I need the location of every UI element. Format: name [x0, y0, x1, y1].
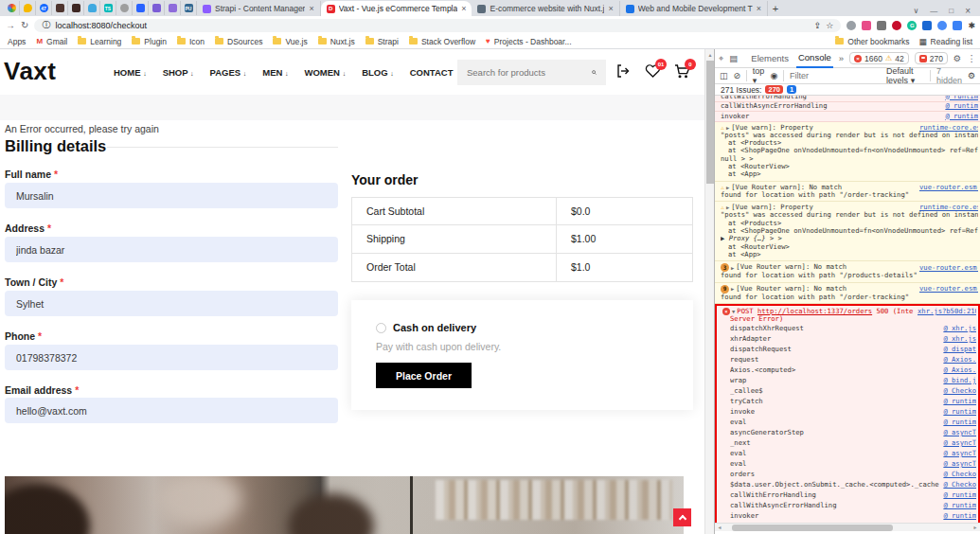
- pinned-tab[interactable]: [52, 1, 68, 15]
- source-link[interactable]: @ xhr.js: [943, 335, 976, 343]
- adblock-plus-icon[interactable]: [892, 21, 901, 30]
- source-link[interactable]: @ asyncT: [943, 460, 976, 468]
- source-link[interactable]: @ Axios.: [943, 356, 976, 364]
- reading-list[interactable]: ▦Reading list: [919, 37, 972, 46]
- scroll-right-icon[interactable]: ►: [971, 525, 980, 530]
- scroll-left-icon[interactable]: ◄: [715, 525, 724, 530]
- source-link[interactable]: @ Axios.: [943, 366, 976, 374]
- source-link[interactable]: vue-router.esm-bundler.js?6c02:72: [919, 264, 978, 272]
- error-warning-counts[interactable]: × 1660 ⚠ 42: [849, 52, 909, 64]
- tab-webdev[interactable]: Web and Mobile Development T ×: [620, 1, 768, 16]
- camera-extension-icon[interactable]: [877, 21, 886, 30]
- pen-extension-icon[interactable]: [862, 21, 871, 30]
- device-toolbar-icon[interactable]: ▤: [729, 53, 738, 63]
- expand-caret-icon[interactable]: ▶: [731, 265, 734, 271]
- scrollbar-thumb[interactable]: [706, 61, 714, 184]
- site-logo[interactable]: Vaxt: [4, 57, 57, 86]
- lighthouse-extension-icon[interactable]: [937, 21, 947, 30]
- minimize-button[interactable]: —: [930, 7, 937, 15]
- tab-strapi[interactable]: Strapi - Content Manager ×: [197, 1, 321, 16]
- issues-bar[interactable]: 271 Issues: 270 1: [715, 84, 980, 96]
- bookmark-folder[interactable]: Strapi: [365, 37, 399, 46]
- nav-item-home[interactable]: HOME ↓: [114, 67, 147, 78]
- source-link[interactable]: @ runtim: [943, 502, 976, 509]
- forward-icon[interactable]: →: [6, 20, 15, 30]
- more-tabs-icon[interactable]: »: [839, 53, 844, 63]
- log-levels-dropdown[interactable]: Default levels ▾: [886, 66, 924, 85]
- source-link[interactable]: @ runtim: [943, 512, 976, 520]
- source-link[interactable]: @ runtim: [945, 102, 978, 110]
- tab-close-icon[interactable]: ×: [461, 4, 466, 13]
- source-link[interactable]: @ runtim: [943, 398, 976, 405]
- grammarly-icon[interactable]: G: [907, 21, 917, 30]
- source-link[interactable]: vue-router.esm-bundler.js?6c02:72: [919, 285, 978, 293]
- source-link[interactable]: @ runtim: [945, 113, 978, 120]
- source-link[interactable]: runtime-core.esm-bundler.js?5c40:6591: [919, 124, 978, 132]
- site-info-icon[interactable]: ⓘ: [42, 19, 50, 31]
- expand-caret-icon[interactable]: ▶: [726, 125, 729, 131]
- tab-close-icon[interactable]: ×: [608, 4, 613, 13]
- source-link[interactable]: @ Checko: [943, 481, 976, 489]
- pinned-tab[interactable]: [149, 1, 165, 15]
- pinned-tab[interactable]: [84, 1, 100, 15]
- source-link[interactable]: @ bind.j: [943, 377, 976, 384]
- inspect-element-icon[interactable]: ⌖: [719, 53, 723, 64]
- bookmark-folder[interactable]: Vue.js: [273, 37, 307, 46]
- source-link[interactable]: xhr.js?b50d:210: [918, 308, 976, 315]
- url-text[interactable]: localhost:8080/checkout: [55, 21, 809, 30]
- page-scrollbar[interactable]: ▲: [704, 49, 714, 534]
- tab-search-icon[interactable]: ∨: [913, 7, 918, 15]
- expand-caret-icon[interactable]: ▶: [731, 286, 734, 292]
- omnibox[interactable]: ⓘ localhost:8080/checkout ⇪ ☆: [34, 19, 841, 32]
- source-link[interactable]: runtime-core.esm-bundler.js?5c40:6591: [919, 204, 978, 211]
- logout-icon[interactable]: [615, 63, 631, 79]
- console-sidebar-icon[interactable]: ◫: [720, 71, 728, 80]
- search-input[interactable]: [467, 67, 592, 78]
- share-icon[interactable]: ⇪: [814, 21, 822, 30]
- devtools-menu-icon[interactable]: ⋮: [967, 53, 976, 63]
- bookmark-folder[interactable]: Plugin: [132, 37, 167, 46]
- context-selector[interactable]: top ▾: [753, 66, 765, 85]
- request-url-link[interactable]: http://localhost:1337/orders: [757, 308, 872, 315]
- devtools-tab-elements[interactable]: Elements: [749, 49, 791, 68]
- nav-item-pages[interactable]: PAGES ↓: [210, 67, 247, 78]
- source-link[interactable]: @ asyncT: [943, 439, 976, 447]
- nav-item-contact[interactable]: CONTACT: [410, 67, 454, 78]
- tab-close-icon[interactable]: ×: [757, 4, 761, 13]
- city-input[interactable]: [5, 291, 338, 316]
- source-link[interactable]: @ runtim: [943, 491, 976, 499]
- source-link[interactable]: @ Checko: [943, 387, 976, 395]
- search-icon[interactable]: [592, 67, 597, 78]
- reload-icon[interactable]: ↻: [21, 20, 28, 30]
- back-to-top-button[interactable]: [673, 508, 691, 526]
- pinned-tab[interactable]: [116, 1, 133, 15]
- source-link[interactable]: @ Checko: [943, 471, 976, 478]
- payment-method-label[interactable]: Cash on delivery: [393, 322, 476, 333]
- tab-ecommerce[interactable]: E-commerce website with Nuxt.j ×: [472, 1, 619, 16]
- source-link[interactable]: @ runtim: [945, 96, 978, 100]
- new-tab-button[interactable]: +: [768, 1, 783, 16]
- expand-caret-icon[interactable]: ▶: [726, 205, 729, 210]
- nav-item-blog[interactable]: BLOG ↓: [362, 67, 394, 78]
- mail-extension-icon[interactable]: [953, 21, 962, 30]
- source-link[interactable]: @ asyncT: [943, 429, 976, 436]
- bookmark-projects[interactable]: ♥Projects - Dashboar...: [486, 37, 571, 46]
- tab-vaxt-active[interactable]: D Vaxt - Vue.js eCommerce Templa ×: [321, 1, 472, 16]
- console-horizontal-scrollbar[interactable]: ◄ ►: [715, 523, 980, 531]
- devtools-tab-console[interactable]: Console: [796, 49, 833, 68]
- address-input[interactable]: [5, 237, 338, 262]
- cash-on-delivery-radio[interactable]: [376, 323, 386, 333]
- close-window-button[interactable]: ×: [965, 6, 971, 16]
- pinned-tab[interactable]: [20, 1, 36, 15]
- nav-item-women[interactable]: WOMEN ↓: [305, 67, 347, 78]
- clear-console-icon[interactable]: ⊘: [734, 71, 741, 80]
- console-filter-input[interactable]: [790, 71, 881, 80]
- pinned-tab[interactable]: [165, 1, 181, 15]
- expand-caret-icon[interactable]: ▶: [726, 185, 729, 190]
- collapse-caret-icon[interactable]: ▼: [732, 309, 735, 314]
- nav-item-shop[interactable]: SHOP ↓: [163, 67, 194, 78]
- devtools-settings-icon[interactable]: ⚙: [953, 53, 962, 63]
- live-expression-eye-icon[interactable]: ◉: [771, 71, 778, 80]
- bookmark-gmail[interactable]: MGmail: [36, 37, 67, 46]
- blue-extension-icon[interactable]: [922, 21, 932, 30]
